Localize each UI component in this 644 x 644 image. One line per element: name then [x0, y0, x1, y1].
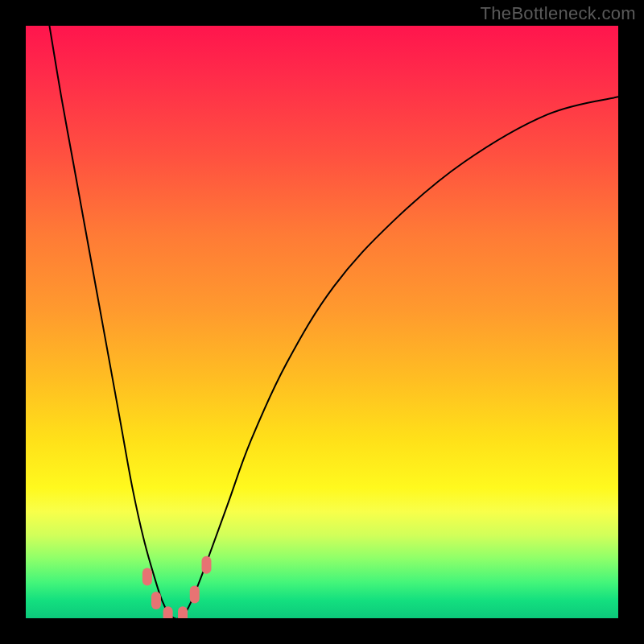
marker-pill — [190, 586, 200, 604]
marker-pill — [151, 592, 161, 609]
watermark-text: TheBottleneck.com — [481, 3, 636, 24]
outer-frame: TheBottleneck.com — [0, 0, 644, 644]
marker-pill — [142, 568, 152, 585]
chart-plot-area — [26, 26, 618, 618]
marker-pill — [201, 556, 211, 574]
marker-pill — [178, 606, 188, 618]
bottleneck-curve — [49, 26, 618, 618]
optimal-range-markers — [142, 556, 212, 618]
chart-svg — [26, 26, 618, 618]
marker-pill — [163, 606, 173, 618]
